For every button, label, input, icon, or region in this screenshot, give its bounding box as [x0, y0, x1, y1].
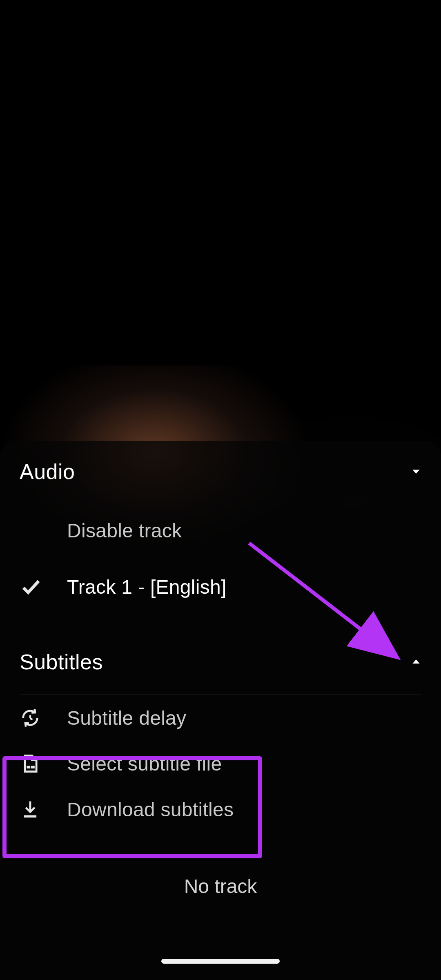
sync-icon	[20, 707, 41, 728]
download-icon	[20, 799, 41, 820]
select-subtitle-file-label: Select subtitle file	[67, 753, 222, 775]
svg-marker-0	[412, 470, 419, 474]
download-subtitles-row[interactable]: Download subtitles	[0, 786, 441, 832]
check-icon	[20, 575, 42, 598]
audio-track-label: Track 1 - [English]	[67, 576, 227, 598]
subtitles-section-header[interactable]: Subtitles	[0, 629, 441, 695]
audio-section-title: Audio	[20, 459, 75, 484]
caret-down-icon	[411, 468, 421, 475]
gesture-bar	[161, 959, 280, 964]
svg-rect-4	[27, 766, 30, 768]
svg-marker-1	[412, 659, 419, 664]
no-subtitle-track-label: No track	[0, 838, 441, 898]
audio-disable-track-row[interactable]: Disable track	[0, 502, 441, 559]
audio-subtitles-sheet: Audio Disable track Track 1 - [English] …	[0, 441, 441, 980]
subtitle-delay-label: Subtitle delay	[67, 707, 186, 729]
audio-disable-track-label: Disable track	[67, 519, 182, 542]
subtitle-file-icon	[20, 753, 41, 774]
audio-section-header[interactable]: Audio	[0, 441, 441, 502]
audio-track-row[interactable]: Track 1 - [English]	[0, 559, 441, 615]
svg-rect-5	[31, 766, 34, 768]
subtitles-section-title: Subtitles	[20, 650, 103, 674]
caret-up-icon	[411, 658, 421, 666]
subtitle-delay-row[interactable]: Subtitle delay	[0, 695, 441, 741]
download-subtitles-label: Download subtitles	[67, 798, 234, 821]
select-subtitle-file-row[interactable]: Select subtitle file	[0, 741, 441, 786]
svg-line-3	[30, 718, 32, 719]
